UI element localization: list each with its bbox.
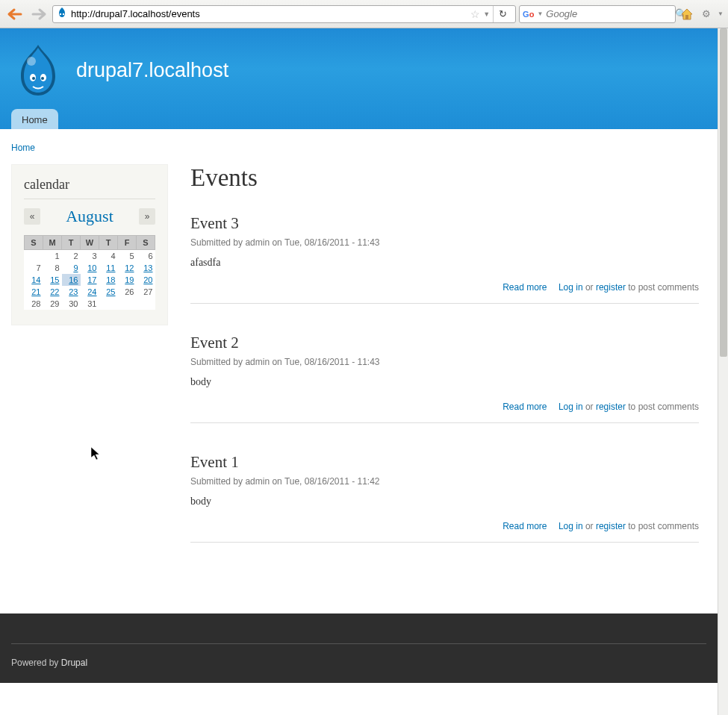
calendar-day-cell: 2 bbox=[62, 250, 81, 263]
calendar-day-cell[interactable]: 25 bbox=[99, 286, 118, 298]
read-more-link[interactable]: Read more bbox=[503, 521, 547, 531]
home-button[interactable] bbox=[679, 6, 695, 22]
event-node: Event 2Submitted by admin on Tue, 08/16/… bbox=[190, 334, 699, 423]
calendar-day-link[interactable]: 10 bbox=[87, 263, 96, 272]
calendar-day-cell[interactable]: 13 bbox=[137, 262, 155, 274]
site-name[interactable]: drupal7.localhost bbox=[76, 59, 228, 82]
calendar-day-header: T bbox=[99, 236, 118, 250]
google-icon: Go bbox=[523, 10, 534, 19]
calendar-day-cell[interactable]: 10 bbox=[81, 262, 99, 274]
calendar-day-cell: 1 bbox=[43, 250, 62, 263]
svg-point-1 bbox=[63, 13, 64, 15]
calendar-day-link[interactable]: 24 bbox=[87, 287, 96, 296]
dropdown-icon[interactable]: ▼ bbox=[718, 10, 724, 17]
calendar-day-link[interactable]: 20 bbox=[143, 275, 152, 284]
register-link[interactable]: register bbox=[596, 282, 626, 293]
breadcrumb: Home bbox=[0, 129, 718, 153]
calendar-day-cell[interactable]: 22 bbox=[43, 286, 62, 298]
site-identity-icon bbox=[56, 7, 68, 21]
main-content: Events Event 3Submitted by admin on Tue,… bbox=[190, 164, 706, 572]
forward-button[interactable] bbox=[28, 4, 49, 24]
bookmark-star-icon[interactable]: ☆ bbox=[470, 8, 480, 20]
calendar-day-cell[interactable]: 17 bbox=[81, 274, 99, 286]
calendar-day-cell[interactable]: 19 bbox=[118, 274, 137, 286]
calendar-day-cell: 7 bbox=[25, 262, 43, 274]
calendar-prev-button[interactable]: « bbox=[24, 208, 40, 225]
read-more-link[interactable]: Read more bbox=[503, 282, 547, 293]
login-link[interactable]: Log in bbox=[559, 521, 583, 531]
calendar-day-cell: 27 bbox=[137, 286, 155, 298]
calendar-day-link[interactable]: 11 bbox=[106, 263, 115, 272]
search-bar[interactable]: Go ▼ 🔍 bbox=[519, 5, 676, 23]
calendar-day-cell[interactable]: 12 bbox=[118, 262, 137, 274]
event-title[interactable]: Event 1 bbox=[190, 453, 699, 472]
calendar-day-cell[interactable]: 11 bbox=[99, 262, 118, 274]
breadcrumb-home[interactable]: Home bbox=[11, 143, 35, 153]
calendar-day-link[interactable]: 9 bbox=[73, 263, 78, 272]
extension-icon[interactable]: ⚙ bbox=[698, 6, 715, 22]
calendar-day-link[interactable]: 16 bbox=[69, 275, 78, 284]
calendar-day-link[interactable]: 23 bbox=[69, 287, 78, 296]
calendar-day-cell bbox=[99, 298, 118, 310]
calendar-day-cell[interactable]: 18 bbox=[99, 274, 118, 286]
url-bar[interactable]: ☆ ▼ ↻ bbox=[52, 5, 516, 23]
scrollbar-thumb[interactable] bbox=[720, 28, 727, 357]
scrollbar[interactable] bbox=[718, 28, 728, 683]
calendar-day-link[interactable]: 12 bbox=[125, 263, 134, 272]
back-button[interactable] bbox=[4, 4, 25, 24]
calendar-day-cell[interactable]: 16 bbox=[62, 274, 81, 286]
reload-button[interactable]: ↻ bbox=[493, 6, 512, 22]
calendar-day-link[interactable]: 25 bbox=[106, 287, 115, 296]
login-link[interactable]: Log in bbox=[559, 282, 583, 293]
search-input[interactable] bbox=[546, 8, 672, 19]
calendar-day-cell[interactable]: 14 bbox=[25, 274, 43, 286]
event-title[interactable]: Event 3 bbox=[190, 214, 699, 233]
event-date: Tue, 08/16/2011 - 11:42 bbox=[284, 476, 380, 487]
footer: Powered by Drupal bbox=[0, 613, 718, 683]
read-more-link[interactable]: Read more bbox=[503, 402, 547, 412]
calendar-day-header: W bbox=[81, 236, 99, 250]
calendar-day-cell: 29 bbox=[43, 298, 62, 310]
calendar-month-label[interactable]: August bbox=[66, 207, 113, 226]
calendar-day-link[interactable]: 21 bbox=[31, 287, 40, 296]
calendar-day-cell bbox=[25, 250, 43, 263]
drupal-link[interactable]: Drupal bbox=[61, 658, 87, 668]
dropdown-icon[interactable]: ▼ bbox=[483, 10, 490, 18]
calendar-day-cell: 26 bbox=[118, 286, 137, 298]
calendar-day-link[interactable]: 17 bbox=[87, 275, 96, 284]
svg-point-7 bbox=[27, 57, 36, 66]
dropdown-icon[interactable]: ▼ bbox=[537, 10, 543, 17]
drupal-logo-icon[interactable] bbox=[15, 43, 61, 97]
event-links: Read more Log in or register to post com… bbox=[190, 402, 699, 423]
calendar-day-cell[interactable]: 15 bbox=[43, 274, 62, 286]
register-link[interactable]: register bbox=[596, 521, 626, 531]
calendar-day-cell[interactable]: 24 bbox=[81, 286, 99, 298]
event-node: Event 3Submitted by admin on Tue, 08/16/… bbox=[190, 214, 699, 304]
login-link[interactable]: Log in bbox=[559, 402, 583, 412]
calendar-day-header: M bbox=[43, 236, 62, 250]
calendar-day-cell[interactable]: 21 bbox=[25, 286, 43, 298]
event-title[interactable]: Event 2 bbox=[190, 334, 699, 352]
page-title: Events bbox=[190, 164, 699, 192]
calendar-day-link[interactable]: 15 bbox=[50, 275, 59, 284]
svg-point-5 bbox=[32, 77, 35, 80]
register-link[interactable]: register bbox=[596, 402, 626, 412]
calendar-next-button[interactable]: » bbox=[139, 208, 155, 225]
calendar-day-cell[interactable]: 23 bbox=[62, 286, 81, 298]
event-node: Event 1Submitted by admin on Tue, 08/16/… bbox=[190, 453, 699, 543]
calendar-day-link[interactable]: 13 bbox=[143, 263, 152, 272]
calendar-day-header: S bbox=[25, 236, 43, 250]
calendar-day-link[interactable]: 22 bbox=[50, 287, 59, 296]
calendar-day-cell: 6 bbox=[137, 250, 155, 263]
calendar-day-link[interactable]: 19 bbox=[125, 275, 134, 284]
menu-item-home[interactable]: Home bbox=[11, 109, 58, 129]
calendar-day-header: S bbox=[137, 236, 155, 250]
calendar-day-link[interactable]: 18 bbox=[106, 275, 115, 284]
calendar-day-cell[interactable]: 9 bbox=[62, 262, 81, 274]
url-input[interactable] bbox=[71, 8, 467, 19]
calendar-day-cell[interactable]: 20 bbox=[137, 274, 155, 286]
powered-by-label: Powered by bbox=[11, 658, 58, 668]
calendar-day-link[interactable]: 14 bbox=[31, 275, 40, 284]
calendar-day-header: T bbox=[62, 236, 81, 250]
calendar-day-cell: 30 bbox=[62, 298, 81, 310]
